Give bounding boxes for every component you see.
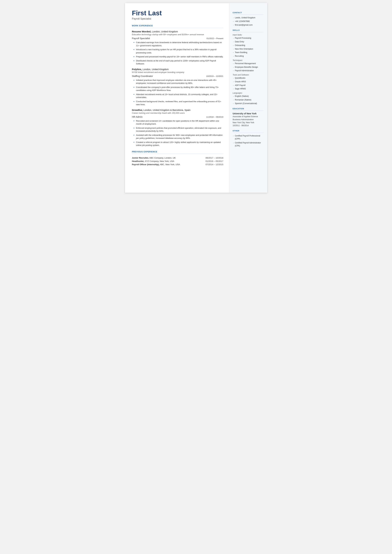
prev-exp-dates-1: 06/2017 – 10/2018 — [199, 156, 223, 160]
job-entry-3: Growthsi, London, United Kingdom & Barce… — [132, 109, 223, 147]
company-desc-3: Career training and membership SaaS with… — [132, 112, 223, 114]
job-title-3: HR Admin — [132, 115, 143, 118]
company-location-2: London, United Kingdom — [142, 68, 169, 70]
edu-degree: Associate of Applied Science — [233, 115, 264, 118]
full-name: First Last — [132, 9, 223, 17]
job-row-2: Staffing Coordinator 10/2019 – 12/2021 — [132, 75, 223, 77]
bullet-2-4: Conducted background checks, reviewed fi… — [133, 100, 223, 106]
job-bullets-1: Calculated earnings from timesheets to d… — [133, 41, 223, 65]
techniques-list: Personnel Management Employee Benefits D… — [233, 62, 264, 72]
hard-skill-2: Data Entry — [233, 40, 264, 43]
bullet-1-1: Calculated earnings from timesheets to d… — [133, 41, 223, 47]
prev-exp-row-3: Payroll Officer (Internship), ABC, New Y… — [132, 163, 223, 166]
sidebar: CONTACT Leeds, United Kingdom +44 123456… — [229, 3, 267, 193]
languages-list: English (Native) Romanian (Native) Spani… — [233, 95, 264, 105]
company-desc-2: NYSE-listed recruitment and employer bra… — [132, 71, 223, 73]
work-experience-heading: WORK EXPERIENCE — [132, 25, 223, 27]
previous-experience-section: PREVIOUS EXPERIENCE Junior Recruiter, AB… — [132, 151, 223, 166]
bullet-2-1: Initiated practices that improved employ… — [133, 79, 223, 85]
job-title-1: Payroll Specialist — [132, 37, 150, 40]
contact-item-1: Leeds, United Kingdom — [233, 16, 264, 19]
job-dates-3: 11/2018 – 09/2019 — [206, 116, 223, 118]
edu-location: New York City, New York — [233, 121, 264, 124]
bullet-2-2: Coordinated the company's post-offer pro… — [133, 86, 223, 92]
prev-exp-role-rest-3: ABC, New York, USA — [160, 163, 180, 166]
edu-field: Business Administration — [233, 118, 264, 121]
contact-divider — [233, 14, 264, 15]
job-entry-2: Polyhire, London, United Kingdom NYSE-li… — [132, 68, 223, 106]
company-header-1: Resume Worded, London, United Kingdom — [132, 30, 223, 33]
bullet-3-4: Created a referral program to attract 12… — [133, 141, 223, 147]
contact-item-3: first.last@gmail.com — [233, 23, 264, 27]
prev-exp-dates-3: 07/2014 – 12/2015 — [199, 163, 223, 166]
resume-header: First Last Payroll Specialist — [132, 9, 223, 20]
edu-school: University of New York — [233, 112, 264, 115]
previous-experience-table: Junior Recruiter, ABC Company, London, U… — [132, 156, 223, 166]
hard-skill-4: New Hire Orientation — [233, 48, 264, 50]
company-desc-1: Education technology startup with 50+ em… — [132, 33, 223, 36]
other-item-1: Certified Payroll Professional (CPP) — [233, 134, 264, 140]
company-location-1: London, United Kingdom — [151, 30, 178, 33]
prev-exp-role-2: Headhunter, XYZ Company, New York, USA — [132, 160, 199, 163]
company-header-2: Polyhire, London, United Kingdom — [132, 68, 223, 71]
contact-section: CONTACT Leeds, United Kingdom +44 123456… — [233, 12, 264, 26]
contact-heading: CONTACT — [233, 12, 264, 14]
company-name-3: Growthsi, — [132, 109, 143, 111]
languages-label: Languages: — [233, 92, 264, 94]
contact-list: Leeds, United Kingdom +44 1234567890 fir… — [233, 16, 264, 26]
tool-1: QuickBooks — [233, 77, 264, 80]
prev-exp-role-bold-3: Payroll Officer (Internship), — [132, 163, 160, 166]
tool-3: ADP Payroll — [233, 84, 264, 87]
previous-experience-heading: PREVIOUS EXPERIENCE — [132, 151, 223, 153]
skills-heading: SKILLS — [233, 29, 264, 31]
bullet-2-3: Attended recruitment events at 13+ local… — [133, 93, 223, 99]
job-row-1: Payroll Specialist 01/2022 – Present — [132, 37, 223, 40]
prev-exp-role-bold-2: Headhunter, — [132, 160, 144, 162]
previous-experience-divider — [132, 154, 223, 154]
prev-exp-role-3: Payroll Officer (Internship), ABC, New Y… — [132, 163, 199, 166]
job-bullets-2: Initiated practices that improved employ… — [133, 79, 223, 106]
technique-1: Personnel Management — [233, 62, 264, 65]
company-name-1: Resume Worded, — [132, 30, 151, 33]
company-name-2: Polyhire, — [132, 68, 142, 70]
techniques-label: Techniques: — [233, 59, 264, 61]
other-section: OTHER Certified Payroll Professional (CP… — [233, 130, 264, 147]
other-heading: OTHER — [233, 130, 264, 132]
bullet-3-1: Recruited and screened 13+ candidates fo… — [133, 119, 223, 126]
job-title-2: Staffing Coordinator — [132, 75, 153, 77]
prev-exp-role-rest-1: ABC Company, London, UK — [149, 157, 176, 159]
main-column: First Last Payroll Specialist WORK EXPER… — [125, 3, 229, 193]
hard-skill-3: Onboarding — [233, 44, 264, 47]
tool-4: Sage HRMS — [233, 87, 264, 90]
prev-exp-role-1: Junior Recruiter, ABC Company, London, U… — [132, 156, 199, 160]
language-3: Spanish (Conversational) — [233, 102, 264, 105]
edu-dates: 10/2011 - 06/2014 — [233, 124, 264, 127]
hard-skill-5: Team Building — [233, 51, 264, 54]
bullet-1-2: Introduced a new tracking system for an … — [133, 48, 223, 54]
job-entry-1: Resume Worded, London, United Kingdom Ed… — [132, 30, 223, 65]
tool-2: Oracle HRIS — [233, 80, 264, 83]
tools-list: QuickBooks Oracle HRIS ADP Payroll Sage … — [233, 77, 264, 90]
language-2: Romanian (Native) — [233, 98, 264, 101]
tools-label: Tools and Software: — [233, 74, 264, 76]
work-experience-section: WORK EXPERIENCE Resume Worded, London, U… — [132, 25, 223, 147]
hard-skills-label: Hard Skills: — [233, 34, 264, 36]
hard-skills-list: Payroll Processing Data Entry Onboarding… — [233, 37, 264, 58]
hard-skill-6: Recruiting — [233, 55, 264, 58]
education-section: EDUCATION University of New York Associa… — [233, 108, 264, 127]
technique-2: Employee Benefits Design — [233, 66, 264, 69]
other-item-2: Certified Payroll Administrator (CPA) — [233, 141, 264, 147]
prev-exp-dates-2: 01/2016 – 05/2017 — [199, 160, 223, 163]
job-dates-2: 10/2019 – 12/2021 — [206, 75, 223, 77]
bullet-3-2: Enforced employment policies that promot… — [133, 126, 223, 133]
resume-document: First Last Payroll Specialist WORK EXPER… — [125, 3, 267, 193]
contact-item-2: +44 1234567890 — [233, 20, 264, 23]
skills-section: SKILLS Hard Skills: Payroll Processing D… — [233, 29, 264, 105]
prev-exp-role-bold-1: Junior Recruiter, — [132, 157, 149, 159]
job-dates-1: 01/2022 – Present — [206, 37, 223, 40]
hard-skill-1: Payroll Processing — [233, 37, 264, 40]
job-bullets-3: Recruited and screened 13+ candidates fo… — [133, 119, 223, 147]
education-divider — [233, 111, 264, 111]
language-1: English (Native) — [233, 95, 264, 98]
prev-exp-row-1: Junior Recruiter, ABC Company, London, U… — [132, 156, 223, 160]
